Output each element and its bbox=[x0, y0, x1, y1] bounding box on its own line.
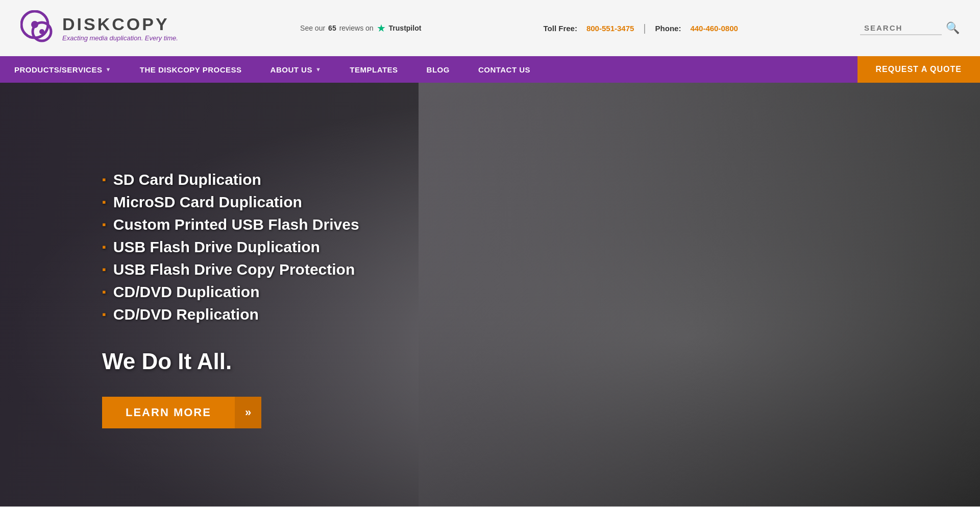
nav-templates-label: TEMPLATES bbox=[350, 65, 398, 74]
bullet-icon: ▪ bbox=[102, 196, 106, 209]
hero-list-item-text: USB Flash Drive Copy Protection bbox=[113, 261, 355, 278]
hero-list-item-text: CD/DVD Replication bbox=[113, 306, 259, 323]
phone-divider: | bbox=[643, 22, 646, 34]
toll-free-label: Toll Free: bbox=[544, 24, 577, 33]
hero-list-item: ▪MicroSD Card Duplication bbox=[102, 194, 980, 211]
request-quote-label: REQUEST A QUOTE bbox=[876, 65, 962, 74]
hero-list-item-text: MicroSD Card Duplication bbox=[113, 194, 302, 211]
phone-area: Toll Free: 800-551-3475 | Phone: 440-460… bbox=[544, 22, 738, 34]
learn-more-arrow-icon: » bbox=[235, 397, 261, 428]
nav-items: PRODUCTS/SERVICES ▼ THE DISKCOPY PROCESS… bbox=[0, 56, 857, 83]
hero-list-item-text: Custom Printed USB Flash Drives bbox=[113, 216, 359, 233]
trustpilot-count: 65 bbox=[328, 24, 336, 32]
bullet-icon: ▪ bbox=[102, 308, 106, 321]
logo-title: DISKCOPY bbox=[62, 14, 178, 34]
hero-section: ▪SD Card Duplication▪MicroSD Card Duplic… bbox=[0, 83, 980, 506]
bullet-icon: ▪ bbox=[102, 263, 106, 276]
hero-list-item: ▪CD/DVD Duplication bbox=[102, 283, 980, 301]
svg-point-2 bbox=[31, 21, 38, 28]
header: DISKCOPY Exacting media duplication. Eve… bbox=[0, 0, 980, 56]
hero-list-item: ▪CD/DVD Replication bbox=[102, 306, 980, 323]
trustpilot-prefix: See our bbox=[300, 24, 325, 32]
nav-process-label: THE DISKCOPY PROCESS bbox=[140, 65, 242, 74]
hero-content: ▪SD Card Duplication▪MicroSD Card Duplic… bbox=[0, 83, 980, 506]
nav-item-process[interactable]: THE DISKCOPY PROCESS bbox=[126, 56, 256, 83]
chevron-down-icon: ▼ bbox=[105, 66, 111, 73]
nav-blog-label: BLOG bbox=[427, 65, 450, 74]
nav-item-products[interactable]: PRODUCTS/SERVICES ▼ bbox=[0, 56, 126, 83]
trustpilot-name: Trustpilot bbox=[389, 24, 422, 32]
learn-more-label: LEARN MORE bbox=[102, 397, 235, 428]
bullet-icon: ▪ bbox=[102, 218, 106, 231]
hero-services-list: ▪SD Card Duplication▪MicroSD Card Duplic… bbox=[102, 171, 980, 328]
search-area[interactable]: 🔍 bbox=[860, 21, 960, 35]
trustpilot-middle: reviews on bbox=[339, 24, 374, 32]
search-button[interactable]: 🔍 bbox=[946, 21, 960, 35]
toll-free-number[interactable]: 800-551-3475 bbox=[586, 24, 634, 33]
search-icon: 🔍 bbox=[946, 21, 960, 34]
bullet-icon: ▪ bbox=[102, 240, 106, 254]
nav-item-contact[interactable]: CONTACT US bbox=[464, 56, 545, 83]
hero-list-item-text: USB Flash Drive Duplication bbox=[113, 238, 320, 256]
svg-point-3 bbox=[39, 29, 44, 34]
bullet-icon: ▪ bbox=[102, 173, 106, 186]
chevron-down-icon-about: ▼ bbox=[315, 66, 321, 73]
nav-contact-label: CONTACT US bbox=[478, 65, 530, 74]
hero-list-item-text: SD Card Duplication bbox=[113, 171, 261, 188]
hero-tagline: We Do It All. bbox=[102, 349, 980, 374]
nav-products-label: PRODUCTS/SERVICES bbox=[14, 65, 102, 74]
request-quote-button[interactable]: REQUEST A QUOTE bbox=[857, 56, 981, 83]
trustpilot-star-icon: ★ bbox=[377, 22, 386, 34]
search-input[interactable] bbox=[860, 21, 942, 35]
logo-text-area: DISKCOPY Exacting media duplication. Eve… bbox=[62, 14, 178, 42]
nav-item-about[interactable]: ABOUT US ▼ bbox=[256, 56, 336, 83]
bullet-icon: ▪ bbox=[102, 285, 106, 299]
hero-list-item: ▪USB Flash Drive Duplication bbox=[102, 238, 980, 256]
logo-subtitle: Exacting media duplication. Every time. bbox=[62, 34, 178, 42]
logo-icon bbox=[20, 10, 56, 46]
phone-label: Phone: bbox=[655, 24, 681, 33]
logo-area[interactable]: DISKCOPY Exacting media duplication. Eve… bbox=[20, 10, 178, 46]
hero-list-item: ▪USB Flash Drive Copy Protection bbox=[102, 261, 980, 278]
hero-list-item: ▪SD Card Duplication bbox=[102, 171, 980, 188]
hero-list-item: ▪Custom Printed USB Flash Drives bbox=[102, 216, 980, 233]
nav-item-templates[interactable]: TEMPLATES bbox=[335, 56, 412, 83]
nav-about-label: ABOUT US bbox=[271, 65, 312, 74]
phone-number[interactable]: 440-460-0800 bbox=[690, 24, 738, 33]
learn-more-button[interactable]: LEARN MORE » bbox=[102, 397, 261, 428]
hero-list-item-text: CD/DVD Duplication bbox=[113, 283, 260, 301]
trustpilot-area[interactable]: See our 65 reviews on ★ Trustpilot bbox=[300, 22, 421, 34]
navbar: PRODUCTS/SERVICES ▼ THE DISKCOPY PROCESS… bbox=[0, 56, 980, 83]
nav-item-blog[interactable]: BLOG bbox=[412, 56, 464, 83]
